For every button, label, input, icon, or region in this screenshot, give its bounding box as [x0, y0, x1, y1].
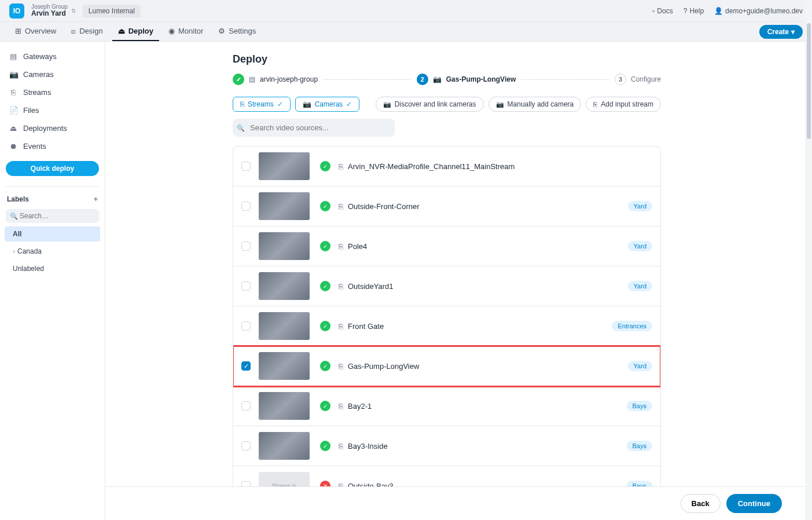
step-line — [521, 79, 609, 80]
row-checkbox[interactable] — [241, 162, 251, 171]
label-all[interactable]: All — [5, 226, 100, 241]
source-search-input[interactable] — [233, 119, 395, 137]
stepper: ✓ ▤ arvin-joseph-group 2 📷 Gas-Pump-Long… — [233, 74, 661, 85]
create-button[interactable]: Create▾ — [759, 25, 803, 39]
thumbnail[interactable]: ▶ — [259, 152, 310, 180]
source-tag[interactable]: Yard — [628, 201, 652, 211]
source-name: Gas-Pump-LongView — [348, 362, 628, 371]
tab-icon: ⎄ — [71, 27, 76, 35]
source-tag[interactable]: Yard — [628, 241, 652, 251]
source-row[interactable]: ▶✓⎘Pole4Yard — [233, 226, 660, 266]
thumbnail[interactable]: ▶ — [259, 232, 310, 260]
label-unlabeled[interactable]: Unlabeled — [5, 261, 100, 276]
tab-icon: ⏏ — [118, 27, 125, 35]
user-menu[interactable]: 👤demo+guide@lumeo.dev — [714, 7, 803, 15]
source-tag[interactable]: Yard — [628, 281, 652, 291]
stream-icon: ⎘ — [339, 282, 343, 291]
source-tag[interactable]: Entrances — [612, 321, 652, 331]
nav-tab-monitor[interactable]: ◉Monitor — [163, 22, 209, 41]
sidebar-item-streams[interactable]: ⎘Streams — [0, 83, 105, 101]
row-checkbox[interactable] — [241, 441, 251, 451]
top-header: IO Joseph Group Arvin Yard ⇅ Lumeo Inter… — [0, 0, 812, 22]
source-row[interactable]: ✓▶✓⎘Gas-Pump-LongViewYard — [233, 346, 660, 386]
filter-streams-chip[interactable]: ⎘Streams✓ — [233, 97, 291, 112]
step-1[interactable]: ✓ ▤ arvin-joseph-group — [233, 74, 318, 85]
row-checkbox[interactable] — [241, 281, 251, 291]
quick-deploy-button[interactable]: Quick deploy — [6, 161, 99, 176]
sidebar-item-gateways[interactable]: ▤Gateways — [0, 47, 105, 65]
org-selector[interactable]: Joseph Group Arvin Yard ⇅ — [31, 3, 76, 17]
source-name: Arvin_NVR-MediaProfile_Channel11_MainStr… — [348, 162, 652, 171]
add-input-stream-button[interactable]: ⎘Add input stream — [586, 97, 661, 112]
label-tree-item[interactable]: ›Canada — [5, 244, 100, 259]
source-row[interactable]: ▶✓⎘OutsideYard1Yard — [233, 266, 660, 306]
source-tag[interactable]: Yard — [628, 361, 652, 371]
stream-icon: ⎘ — [339, 242, 343, 251]
help-link[interactable]: ?Help — [684, 7, 704, 15]
thumbnail[interactable]: ▶ — [259, 272, 310, 300]
add-label-button[interactable]: + — [94, 195, 98, 203]
scrollbar-thumb[interactable] — [807, 23, 811, 139]
sidebar-icon: ⏺ — [9, 142, 17, 151]
row-checkbox[interactable] — [241, 401, 251, 411]
nav-tab-design[interactable]: ⎄Design — [65, 22, 108, 41]
back-button[interactable]: Back — [681, 494, 721, 513]
logo-icon[interactable]: IO — [9, 3, 24, 19]
thumbnail[interactable]: ▶ — [259, 192, 310, 220]
chevron-right-icon: › — [13, 247, 15, 255]
sidebar-item-deployments[interactable]: ⏏Deployments — [0, 119, 105, 137]
discover-cameras-button[interactable]: 📷Discover and link cameras — [376, 97, 484, 112]
stream-icon: ⎘ — [339, 402, 343, 411]
header-right: ▫Docs ?Help 👤demo+guide@lumeo.dev — [652, 7, 803, 15]
docs-link[interactable]: ▫Docs — [652, 7, 673, 15]
source-name: Front Gate — [348, 322, 612, 331]
manual-add-camera-button[interactable]: 📷Manually add camera — [488, 97, 582, 112]
nav-tab-settings[interactable]: ⚙Settings — [212, 22, 262, 41]
step-3[interactable]: 3 Configure — [615, 74, 661, 85]
tab-icon: ⊞ — [15, 27, 21, 35]
source-row[interactable]: ▶✓⎘Bay2-1Bays — [233, 386, 660, 426]
sidebar-icon: 📄 — [9, 106, 17, 115]
sidebar-item-files[interactable]: 📄Files — [0, 101, 105, 119]
internal-tag[interactable]: Lumeo Internal — [83, 5, 141, 17]
continue-button[interactable]: Continue — [726, 494, 782, 513]
filter-cameras-chip[interactable]: 📷Cameras✓ — [295, 97, 360, 112]
divider — [6, 186, 99, 187]
chevron-updown-icon[interactable]: ⇅ — [71, 8, 76, 14]
stream-icon: ⎘ — [593, 101, 597, 108]
row-checkbox[interactable] — [241, 241, 251, 251]
row-checkbox[interactable] — [241, 202, 251, 211]
user-icon: 👤 — [714, 7, 723, 15]
step-line — [324, 79, 411, 80]
docs-icon: ▫ — [652, 7, 655, 15]
org-name-label: Arvin Yard — [31, 10, 68, 17]
source-name: Bay3-Inside — [348, 442, 627, 451]
check-icon: ✓ — [277, 100, 283, 108]
scrollbar[interactable] — [805, 0, 812, 520]
nav-tab-overview[interactable]: ⊞Overview — [9, 22, 62, 41]
sidebar-item-cameras[interactable]: 📷Cameras — [0, 65, 105, 83]
source-row[interactable]: ▶✓⎘Arvin_NVR-MediaProfile_Channel11_Main… — [233, 147, 660, 186]
status-icon: ✓ — [320, 281, 330, 291]
row-checkbox[interactable] — [241, 321, 251, 331]
help-icon: ? — [684, 7, 688, 15]
nav-tab-deploy[interactable]: ⏏Deploy — [112, 22, 159, 41]
source-name: Bay2-1 — [348, 402, 627, 411]
source-tag[interactable]: Bays — [627, 401, 652, 411]
page-title: Deploy — [233, 53, 661, 65]
thumbnail[interactable]: ▶ — [259, 432, 310, 460]
thumbnail[interactable]: ▶ — [259, 352, 310, 380]
sidebar-icon: ▤ — [9, 52, 17, 61]
step-2[interactable]: 2 📷 Gas-Pump-LongView — [417, 74, 516, 85]
source-row[interactable]: ▶✓⎘Front GateEntrances — [233, 306, 660, 346]
label-search-input[interactable] — [6, 209, 99, 223]
thumbnail[interactable]: ▶ — [259, 312, 310, 340]
source-name: Pole4 — [348, 242, 628, 251]
thumbnail[interactable]: ▶ — [259, 392, 310, 420]
row-checkbox[interactable]: ✓ — [241, 361, 251, 371]
sidebar-item-events[interactable]: ⏺Events — [0, 137, 105, 155]
source-row[interactable]: ▶✓⎘Outside-Front-CornerYard — [233, 186, 660, 226]
source-tag[interactable]: Bays — [627, 441, 652, 451]
tab-icon: ⚙ — [218, 27, 225, 35]
source-row[interactable]: ▶✓⎘Bay3-InsideBays — [233, 426, 660, 466]
